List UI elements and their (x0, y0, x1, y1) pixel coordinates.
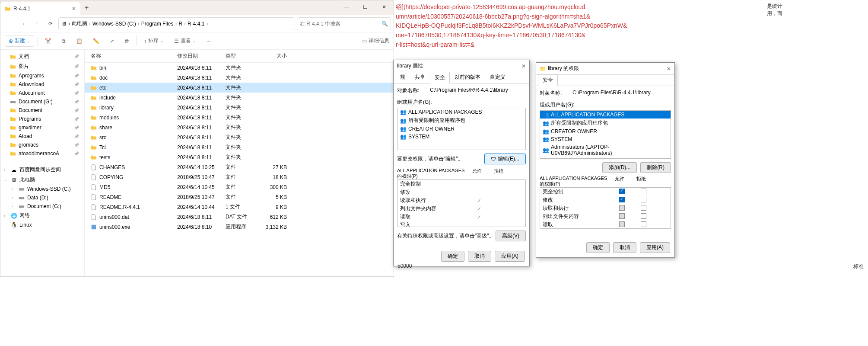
file-row[interactable]: library2024/6/18 8:11文件夹 (85, 103, 394, 112)
sidebar-item[interactable]: atoaddimerancoA (0, 149, 84, 158)
refresh-button[interactable]: ⟳ (45, 18, 57, 30)
search-box[interactable]: 🔍 (297, 17, 391, 30)
file-row[interactable]: etc2024/6/18 8:11文件夹 (85, 83, 394, 93)
deny-checkbox[interactable] (641, 189, 646, 194)
sidebar-item[interactable]: Atoad (0, 132, 84, 141)
permissions-listbox[interactable]: 完全控制修改读取和执行列出文件夹内容读取 (540, 187, 671, 229)
back-button[interactable]: ← (3, 18, 15, 30)
up-button[interactable]: ↑ (31, 18, 43, 30)
file-row[interactable]: README.R-4.4.12024/6/14 10:441 文件9 KB (85, 202, 394, 212)
sidebar-tree-item[interactable]: ›Data (D:) (0, 193, 84, 202)
sidebar-item[interactable]: gromacs (0, 141, 84, 149)
sidebar-tree-item[interactable]: ›🌐网络 (0, 211, 84, 221)
ok-button[interactable]: 确定 (441, 251, 464, 262)
file-row[interactable]: share2024/6/18 8:11文件夹 (85, 122, 394, 132)
cancel-button[interactable]: 取消 (613, 242, 636, 253)
tab-share[interactable]: 共享 (410, 71, 430, 83)
chevron-icon[interactable]: ⌄ (4, 178, 8, 182)
remove-button[interactable]: 删除(R) (640, 162, 671, 173)
file-row[interactable]: COPYING2018/9/25 10:47文件18 KB (85, 172, 394, 182)
edit-button[interactable]: 🛡 编辑(E)... (484, 154, 526, 164)
cut-button[interactable]: ✂️ (41, 36, 55, 46)
share-button[interactable]: ↗ (106, 36, 118, 46)
sidebar-item[interactable]: 图片 (0, 61, 84, 71)
deny-checkbox[interactable] (641, 197, 646, 202)
sidebar-tree-item[interactable]: ⌄🖥此电脑 (0, 175, 84, 185)
file-row[interactable]: src2024/6/18 8:11文件夹 (85, 132, 394, 142)
cancel-button[interactable]: 取消 (468, 251, 491, 262)
group-item[interactable]: 👥CREATOR OWNER (540, 128, 671, 135)
sidebar-item[interactable]: Document (G:) (0, 97, 84, 106)
dialog-titlebar[interactable]: 📁 library 的权限 ✕ (536, 63, 674, 75)
sidebar-item[interactable]: Adocument (0, 89, 84, 97)
allow-checkbox[interactable] (619, 205, 625, 211)
sidebar-tree-item[interactable]: 🐧Linux (0, 221, 84, 229)
group-item[interactable]: 👥ALL APPLICATION PACKAGES (397, 108, 525, 116)
tab-security[interactable]: 安全 (430, 72, 450, 83)
new-tab-button[interactable]: + (80, 4, 93, 12)
allow-checkbox[interactable] (619, 213, 625, 219)
minimize-button[interactable]: — (337, 0, 356, 13)
allow-checkbox[interactable] (619, 197, 625, 202)
allow-checkbox[interactable] (619, 221, 625, 227)
apply-button[interactable]: 应用(A) (640, 242, 670, 253)
group-item[interactable]: 👥SYSTEM (397, 133, 525, 141)
sidebar-item[interactable]: Document (0, 106, 84, 115)
dialog-titlebar[interactable]: library 属性 ✕ (394, 60, 529, 72)
close-tab-icon[interactable]: ✕ (72, 6, 76, 12)
groups-listbox[interactable]: 👥ALL APPLICATION PACKAGES👥所有受限制的应用程序包👥CR… (540, 110, 671, 159)
file-row[interactable]: include2024/6/18 8:11文件夹 (85, 93, 394, 103)
rename-button[interactable]: ✏️ (89, 36, 103, 46)
tab-previous[interactable]: 以前的版本 (450, 71, 485, 83)
deny-checkbox[interactable] (641, 205, 646, 211)
tab-general[interactable]: 规 (395, 71, 410, 83)
allow-checkbox[interactable] (619, 189, 625, 194)
ok-button[interactable]: 确定 (586, 242, 610, 253)
sort-button[interactable]: ↕ 排序 ⌄ (140, 35, 167, 46)
close-icon[interactable]: ✕ (667, 66, 671, 72)
more-button[interactable]: ··· (203, 36, 214, 46)
maximize-button[interactable]: ☐ (356, 0, 375, 13)
tab-security[interactable]: 安全 (538, 74, 558, 86)
file-row[interactable]: bin2024/6/18 8:11文件夹 (85, 63, 394, 73)
column-header[interactable]: 名称 修改日期 类型 大小 (85, 50, 394, 63)
file-row[interactable]: unins000.dat2024/6/18 8:11DAT 文件612 KB (85, 212, 394, 222)
chevron-icon[interactable]: › (4, 168, 8, 172)
sidebar-item[interactable]: 文档 (0, 51, 84, 61)
group-item[interactable]: 👥ALL APPLICATION PACKAGES (540, 111, 671, 119)
tab-custom[interactable]: 自定义 (485, 71, 510, 83)
group-item[interactable]: 👥所有受限制的应用程序包 (540, 119, 671, 128)
group-item[interactable]: 👥所有受限制的应用程序包 (397, 116, 525, 125)
deny-checkbox[interactable] (641, 221, 646, 227)
file-row[interactable]: MD52024/6/14 10:45文件300 KB (85, 182, 394, 192)
chevron-icon[interactable]: › (4, 214, 8, 218)
file-row[interactable]: unins000.exe2024/6/18 8:10应用程序3,132 KB (85, 222, 394, 232)
advanced-button[interactable]: 高级(V) (496, 231, 526, 241)
sidebar-item[interactable]: Aprograms (0, 71, 84, 80)
apply-button[interactable]: 应用(A) (495, 251, 525, 262)
deny-checkbox[interactable] (641, 213, 646, 219)
delete-button[interactable]: 🗑 (121, 36, 133, 46)
sidebar-item[interactable]: Adownload (0, 80, 84, 89)
add-button[interactable]: 添加(D)... (602, 162, 637, 173)
file-row[interactable]: Tcl2024/6/18 8:11文件夹 (85, 142, 394, 152)
sidebar-item[interactable]: Programs (0, 115, 84, 123)
groups-listbox[interactable]: 👥ALL APPLICATION PACKAGES👥所有受限制的应用程序包👥CR… (397, 108, 526, 150)
file-row[interactable]: tests2024/6/18 8:11文件夹 (85, 152, 394, 162)
group-item[interactable]: 👥Users (LAPTOP-U0VB69J7\Users) (540, 157, 671, 159)
view-button[interactable]: ☰ 查看 ⌄ (171, 35, 200, 46)
close-window-button[interactable]: ✕ (375, 0, 394, 13)
new-button[interactable]: ⊕ 新建 ⌄ (5, 35, 34, 47)
file-row[interactable]: modules2024/6/18 8:11文件夹 (85, 112, 394, 122)
sidebar-tree-item[interactable]: ›Document (G:) (0, 202, 84, 211)
close-icon[interactable]: ✕ (521, 63, 526, 69)
sidebar-tree-item[interactable]: ›☁百度网盘同步空间 (0, 165, 84, 175)
explorer-tab[interactable]: R-4.4.1 ✕ (0, 2, 80, 15)
group-item[interactable]: 👥CREATOR OWNER (397, 125, 525, 133)
group-item[interactable]: 👥Administrators (LAPTOP-U0VB69J7\Adminis… (540, 143, 671, 157)
file-row[interactable]: README2018/9/25 10:47文件5 KB (85, 192, 394, 202)
chevron-icon[interactable]: › (12, 204, 16, 208)
file-row[interactable]: doc2024/6/18 8:11文件夹 (85, 73, 394, 83)
file-row[interactable]: CHANGES2024/6/14 10:25文件27 KB (85, 162, 394, 172)
group-item[interactable]: 👥SYSTEM (540, 135, 671, 143)
